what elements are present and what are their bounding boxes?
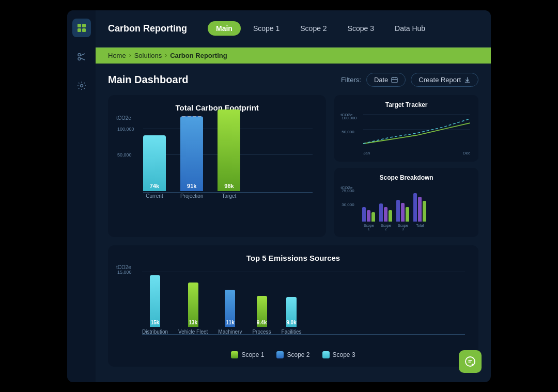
sb-xlabel-total: Total bbox=[413, 224, 426, 231]
sidebar-icon-grid[interactable] bbox=[72, 19, 91, 37]
legend-scope2-color bbox=[276, 351, 284, 358]
legend-scope1: Scope 1 bbox=[231, 351, 264, 358]
bar-target-value: 98k bbox=[224, 183, 234, 189]
date-filter-button[interactable]: Date bbox=[366, 73, 406, 87]
sidebar-icon-scissors[interactable] bbox=[72, 48, 91, 66]
bars-container: 74k Current 91k Projection bbox=[143, 109, 313, 199]
target-tracker-svg bbox=[363, 114, 470, 146]
sb-bar-s2-y2 bbox=[384, 207, 388, 222]
svg-rect-0 bbox=[78, 24, 81, 27]
side-charts: Target Tracker tCO2e 100,000 50,000 bbox=[334, 95, 478, 237]
machinery-value: 11k bbox=[226, 320, 235, 325]
tab-datahub[interactable]: Data Hub bbox=[386, 21, 433, 36]
target-tracker-card: Target Tracker tCO2e 100,000 50,000 bbox=[334, 95, 478, 162]
sb-bars bbox=[362, 186, 470, 222]
x-axis-line bbox=[143, 192, 313, 193]
fleet-bar1: 13k bbox=[188, 283, 198, 327]
sb-group-scope2 bbox=[379, 203, 392, 222]
nav-tabs: Main Scope 1 Scope 2 Scope 3 Data Hub bbox=[208, 21, 433, 36]
svg-point-8 bbox=[80, 84, 83, 87]
legend-scope3-label: Scope 3 bbox=[333, 351, 355, 358]
breadcrumb-solutions[interactable]: Solutions bbox=[134, 52, 162, 59]
sb-bar-t-y3 bbox=[423, 201, 426, 222]
header: Carbon Reporting Main Scope 1 Scope 2 Sc… bbox=[96, 10, 491, 48]
main-area: Carbon Reporting Main Scope 1 Scope 2 Sc… bbox=[96, 10, 491, 382]
scope-breakdown-chart: tCO2e 75,000 30,000 bbox=[340, 184, 472, 231]
dashboard-title: Main Dashboard bbox=[108, 74, 189, 86]
y-tick-100k: 100,000 bbox=[117, 127, 134, 132]
total-carbon-chart: tCO2e 100,000 50,000 74k bbox=[116, 116, 318, 214]
filters-label: Filters: bbox=[341, 76, 361, 84]
svg-line-6 bbox=[81, 54, 85, 56]
total-carbon-card: Total Carbon Footprint tCO2e 100,000 50,… bbox=[108, 95, 326, 237]
sb-xlabel-scope1: Scope 1 bbox=[362, 224, 375, 231]
top5-bar-distribution: 15k Distribution bbox=[142, 275, 168, 335]
process-bars: 9.4k bbox=[257, 296, 267, 327]
y-axis-label: tCO2e bbox=[116, 115, 131, 121]
fleet-value: 13k bbox=[189, 320, 197, 325]
top5-bar-process: 9.4k Process bbox=[252, 296, 271, 335]
tab-main[interactable]: Main bbox=[208, 21, 241, 36]
sb-bar-s3-y2 bbox=[401, 203, 405, 222]
bar-current-label: Current bbox=[146, 193, 163, 199]
breadcrumb-current: Carbon Reporting bbox=[170, 52, 227, 59]
app-window: Carbon Reporting Main Scope 1 Scope 2 Sc… bbox=[67, 10, 491, 382]
sb-bar-s1-y3 bbox=[371, 212, 375, 222]
breadcrumb: Home › Solutions › Carbon Reporting bbox=[96, 48, 491, 64]
legend-scope1-color bbox=[231, 351, 238, 358]
dashboard-header: Main Dashboard Filters: Date Create Re bbox=[108, 73, 478, 87]
svg-point-16 bbox=[466, 357, 475, 366]
bar-projection: 91k Projection bbox=[180, 116, 203, 199]
scope-breakdown-title: Scope Breakdown bbox=[340, 174, 472, 181]
sb-bar-s1-y1 bbox=[362, 207, 366, 222]
top5-bar-machinery: 11k Machinery bbox=[218, 290, 242, 335]
breadcrumb-home[interactable]: Home bbox=[108, 52, 126, 59]
sb-30k: 30,000 bbox=[342, 202, 354, 207]
svg-rect-2 bbox=[78, 28, 81, 32]
sb-bar-s2-y3 bbox=[389, 210, 392, 222]
facilities-bars: 9.0k bbox=[286, 297, 297, 327]
top5-emissions-card: Top 5 Emissions Sources tCO2e 15,000 15k bbox=[108, 245, 478, 367]
tab-scope2[interactable]: Scope 2 bbox=[292, 21, 335, 36]
chat-button[interactable] bbox=[459, 350, 482, 373]
bar-target-label: Target bbox=[222, 193, 237, 199]
svg-rect-1 bbox=[82, 24, 86, 27]
download-icon bbox=[464, 76, 471, 83]
svg-rect-3 bbox=[82, 28, 86, 32]
sb-xlabel-scope2: Scope 2 bbox=[379, 224, 392, 231]
legend-scope3-color bbox=[322, 351, 330, 358]
top5-15k: 15,000 bbox=[117, 270, 132, 275]
fleet-bars: 13k bbox=[188, 283, 198, 327]
sb-bar-s3-y1 bbox=[396, 200, 400, 222]
top5-bars: 15k Distribution 13k bbox=[142, 272, 465, 335]
process-bar1: 9.4k bbox=[257, 296, 267, 327]
svg-point-5 bbox=[78, 57, 81, 60]
chat-icon bbox=[464, 356, 476, 367]
sb-group-scope3 bbox=[396, 200, 409, 222]
filters-area: Filters: Date Create Report bbox=[341, 73, 478, 87]
tt-100k: 100,000 bbox=[342, 116, 357, 120]
legend-scope2: Scope 2 bbox=[276, 351, 309, 358]
tab-scope1[interactable]: Scope 1 bbox=[245, 21, 288, 36]
svg-line-7 bbox=[81, 58, 85, 60]
create-report-button[interactable]: Create Report bbox=[411, 73, 478, 87]
sb-x-labels: Scope 1 Scope 2 Scope 3 Total bbox=[362, 224, 470, 231]
top-charts-row: Total Carbon Footprint tCO2e 100,000 50,… bbox=[108, 95, 478, 237]
bar-current-value: 74k bbox=[150, 183, 159, 189]
svg-rect-9 bbox=[392, 77, 397, 82]
tab-scope3[interactable]: Scope 3 bbox=[339, 21, 382, 36]
svg-point-4 bbox=[78, 53, 81, 56]
tt-dec: Dec bbox=[463, 151, 470, 155]
sidebar-icon-settings[interactable] bbox=[72, 76, 91, 95]
sb-75k: 75,000 bbox=[342, 189, 354, 193]
distribution-value: 15k bbox=[151, 320, 160, 325]
legend-scope2-label: Scope 2 bbox=[287, 351, 309, 358]
target-tracker-title: Target Tracker bbox=[340, 101, 472, 108]
sb-bar-s2-y1 bbox=[379, 203, 383, 222]
sb-bar-t-y2 bbox=[418, 197, 422, 222]
y-tick-50k: 50,000 bbox=[117, 152, 132, 158]
create-report-label: Create Report bbox=[419, 76, 461, 84]
top5-chart: tCO2e 15,000 15k Distrib bbox=[116, 264, 470, 347]
scope-breakdown-card: Scope Breakdown tCO2e 75,000 30,000 bbox=[334, 168, 478, 237]
bar-current-rect: 74k bbox=[143, 135, 166, 191]
